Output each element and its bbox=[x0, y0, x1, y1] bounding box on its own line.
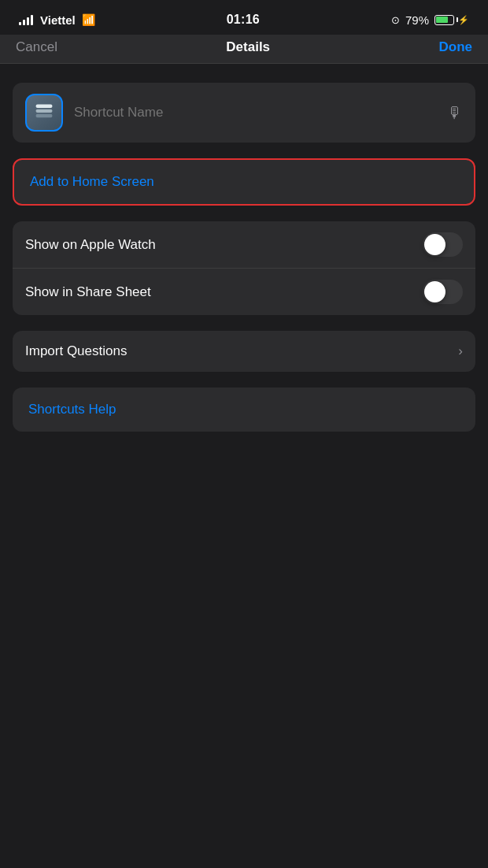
apple-watch-toggle-row: Show on Apple Watch bbox=[13, 221, 475, 269]
apple-watch-toggle[interactable] bbox=[423, 232, 463, 257]
battery-icon: ⚡ bbox=[434, 15, 469, 25]
import-questions-row[interactable]: Import Questions › bbox=[13, 331, 475, 372]
signal-bars-icon bbox=[19, 14, 33, 25]
nav-bar: Cancel Details Done bbox=[0, 35, 488, 64]
shortcuts-help-row[interactable]: Shortcuts Help bbox=[13, 388, 475, 432]
battery-pct-label: 79% bbox=[405, 13, 429, 27]
content: 🎙 Add to Home Screen Show on Apple Watch… bbox=[0, 64, 488, 529]
wifi-icon: 📶 bbox=[82, 13, 95, 26]
time-label: 01:16 bbox=[227, 13, 260, 27]
toggle-knob-share-sheet bbox=[424, 281, 445, 302]
import-questions-label: Import Questions bbox=[25, 343, 127, 359]
share-sheet-label: Show in Share Sheet bbox=[25, 284, 151, 300]
toggle-knob-apple-watch bbox=[424, 234, 445, 255]
status-left: Viettel 📶 bbox=[19, 13, 95, 27]
share-sheet-toggle[interactable] bbox=[423, 280, 463, 304]
shortcut-name-row: 🎙 bbox=[13, 83, 475, 143]
toggle-group: Show on Apple Watch Show in Share Sheet bbox=[13, 221, 475, 315]
status-right: ⊙ 79% ⚡ bbox=[391, 13, 469, 27]
microphone-icon[interactable]: 🎙 bbox=[447, 104, 463, 122]
location-icon: ⊙ bbox=[391, 14, 400, 26]
nav-title: Details bbox=[226, 39, 270, 55]
status-bar: Viettel 📶 01:16 ⊙ 79% ⚡ bbox=[0, 0, 488, 35]
share-sheet-toggle-row: Show in Share Sheet bbox=[13, 269, 475, 315]
charging-icon: ⚡ bbox=[458, 15, 469, 25]
done-button[interactable]: Done bbox=[438, 39, 472, 55]
apple-watch-label: Show on Apple Watch bbox=[25, 237, 156, 253]
svg-rect-0 bbox=[36, 114, 53, 117]
bottom-spacer bbox=[13, 447, 475, 510]
shortcuts-help-label: Shortcuts Help bbox=[28, 402, 116, 417]
add-home-label: Add to Home Screen bbox=[30, 174, 154, 189]
shortcut-svg-icon bbox=[33, 102, 55, 124]
add-to-home-screen-button[interactable]: Add to Home Screen bbox=[13, 158, 475, 206]
cancel-button[interactable]: Cancel bbox=[16, 39, 57, 55]
svg-rect-1 bbox=[36, 109, 53, 113]
chevron-right-icon: › bbox=[458, 343, 463, 359]
carrier-label: Viettel bbox=[40, 13, 76, 27]
shortcut-name-input[interactable] bbox=[74, 105, 436, 121]
shortcut-icon[interactable] bbox=[25, 94, 63, 132]
svg-rect-2 bbox=[36, 105, 53, 108]
